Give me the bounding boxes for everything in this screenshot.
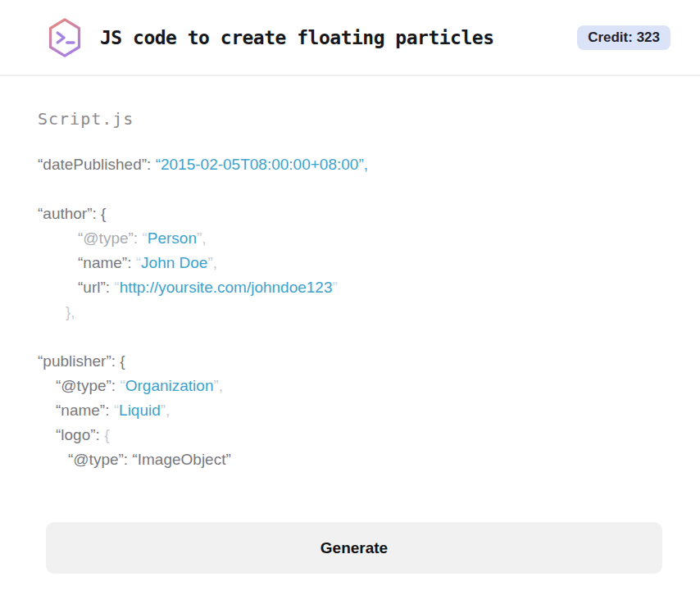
code-segment: ”,	[161, 402, 170, 419]
generate-button[interactable]: Generate	[46, 522, 662, 574]
code-segment: Person	[148, 229, 197, 247]
code-segment: ”,	[213, 377, 223, 394]
credit-badge: Credit: 323	[577, 25, 670, 50]
code-segment: http://yoursite.com/johndoe123	[120, 279, 333, 296]
filename-heading: Script.js	[38, 109, 662, 129]
code-segment: “logo”:	[56, 426, 104, 443]
code-line: },	[38, 300, 662, 325]
app-window: JS code to create floating particles Cre…	[0, 0, 700, 574]
terminal-hexagon-icon	[46, 16, 84, 59]
code-segment: ”,	[207, 254, 217, 271]
code-segment: “url”:	[78, 279, 114, 296]
code-block: “datePublished”: “2015-02-05T08:00:00+08…	[38, 152, 662, 472]
code-line: “url”: “http://yoursite.com/johndoe123”	[38, 275, 662, 300]
code-line: “datePublished”: “2015-02-05T08:00:00+08…	[38, 152, 662, 177]
code-line	[38, 325, 662, 349]
code-segment: “2015-02-05T08:00:00+08:00”,	[156, 156, 368, 173]
code-segment: “datePublished”:	[38, 156, 156, 173]
code-line: “@type”: “ImageObject”	[38, 447, 662, 472]
code-line: “@type”: “Organization”,	[38, 374, 662, 398]
code-line: “name”: “Liquid”,	[38, 398, 662, 423]
code-segment: “name”:	[56, 402, 114, 419]
code-segment: ”,	[197, 229, 207, 247]
code-line: “@type”: “Person”,	[38, 226, 662, 251]
main-content: Script.js “datePublished”: “2015-02-05T0…	[0, 109, 700, 574]
header: JS code to create floating particles Cre…	[0, 0, 700, 76]
code-segment: Organization	[125, 377, 214, 394]
code-segment: “name”:	[78, 254, 136, 271]
code-segment: },	[66, 303, 75, 320]
code-line: “publisher”: {	[38, 349, 662, 374]
code-segment: “@type”:	[78, 229, 142, 247]
code-line: “name”: “John Doe”,	[38, 251, 662, 275]
code-line: “logo”: {	[38, 423, 662, 447]
code-segment: “@type”:	[56, 377, 120, 394]
code-line: “author”: {	[38, 202, 662, 226]
code-segment: John Doe	[141, 254, 207, 271]
page-title: JS code to create floating particles	[100, 27, 577, 48]
code-segment: “author”: {	[38, 205, 106, 222]
code-segment: {	[104, 426, 109, 443]
code-line	[38, 177, 662, 202]
code-segment: Liquid	[119, 402, 161, 419]
code-segment: ”	[333, 279, 338, 296]
code-segment: “@type”: “ImageObject”	[68, 451, 231, 468]
code-segment: “publisher”: {	[38, 352, 125, 370]
